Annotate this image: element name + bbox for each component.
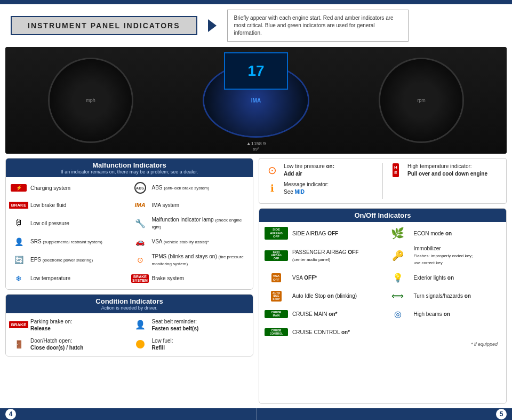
vsa-off-label: VSA OFF*: [292, 274, 317, 281]
mil-icon: 🔧: [132, 217, 149, 229]
onoff-empty: [385, 324, 502, 340]
cruise-control-label: CRUISE CONTROL on*: [292, 329, 350, 336]
side-airbag-label: SIDE AIRBAG OFF: [292, 230, 338, 237]
indicator-srs: 👤 SRS (supplemental restraint system): [10, 234, 127, 249]
right-column: ⊙ Low tire pressure on:Add air ℹ Message…: [259, 158, 507, 404]
immob-label: ImmobilizerFlashes: improperly coded key…: [414, 245, 473, 266]
onoff-content: SIDEAIRBAGOFF SIDE AIRBAG OFF 🌿 ECON mod…: [259, 222, 506, 351]
page-num-left: 4: [5, 409, 16, 419]
cruise-main-label: CRUISE MAIN on*: [292, 311, 337, 318]
condition-grid: BRAKE Parking brake on:Release 👤 Seat be…: [10, 316, 249, 353]
tpms-label: TPMS (blinks and stays on) (tire pressur…: [152, 253, 249, 267]
condition-subtitle: Action is needed by driver.: [11, 305, 247, 311]
onoff-cruise-main: CRUISEMAIN CRUISE MAIN on*: [263, 306, 381, 322]
condition-header: Condition Indicators Action is needed by…: [6, 295, 253, 313]
low-oil-icon: 🛢: [10, 217, 27, 229]
charging-icon: ⚡: [10, 182, 27, 194]
eps-icon: 🔄: [10, 254, 27, 266]
side-airbag-icon: SIDEAIRBAGOFF: [263, 227, 289, 240]
alert-section: ⊙ Low tire pressure on:Add air ℹ Message…: [259, 158, 507, 204]
alert-tire-pressure: ⊙ Low tire pressure on:Add air: [265, 163, 377, 178]
malfunction-grid: ⚡ Charging system ABS ABS (anti-lock bra…: [10, 180, 249, 286]
message-label: Message indicator:See MID: [284, 181, 329, 196]
cruise-control-icon: CRUISECONTROL: [263, 326, 289, 339]
mil-label: Malfunction indicator lamp (check engine…: [152, 216, 249, 231]
alert-divider: [382, 163, 383, 199]
ima-label: IMA system: [152, 202, 180, 209]
top-bar: [0, 0, 512, 4]
econ-icon: 🌿: [385, 227, 411, 240]
high-temp-label: High temperature indicator:Pull over and…: [407, 163, 487, 178]
low-fuel-icon: [132, 338, 149, 350]
brake-sys-icon: BRAKESYSTEM: [132, 273, 149, 284]
page-container: INSTRUMENT PANEL INDICATORS Briefly appe…: [0, 0, 512, 420]
onoff-pass-airbag: PASSAIRBAGOFF PASSENGER AIRBAG OFF(cente…: [263, 243, 381, 268]
malfunction-content: ⚡ Charging system ABS ABS (anti-lock bra…: [6, 177, 253, 289]
header-note: Briefly appear with each engine start. R…: [227, 10, 409, 42]
indicator-eps: 🔄 EPS (electronic power steering): [10, 251, 127, 269]
condition-title: Condition Indicators: [11, 297, 247, 305]
cruise-main-icon: CRUISEMAIN: [263, 308, 289, 321]
indicator-low-oil: 🛢 Low oil pressure: [10, 215, 127, 232]
eps-label: EPS (electronic power steering): [30, 256, 93, 263]
onoff-turn-signals: ⟺ Turn signals/hazards on: [385, 288, 502, 304]
alert-left: ⊙ Low tire pressure on:Add air ℹ Message…: [265, 163, 377, 199]
door-open-icon: 🚪: [10, 338, 27, 350]
parking-brake-icon: BRAKE: [10, 319, 27, 331]
high-temp-icon: HE: [388, 163, 403, 178]
charging-label: Charging system: [30, 185, 70, 192]
tachometer-gauge: rpm: [379, 58, 464, 143]
ext-lights-icon: 💡: [385, 272, 411, 284]
high-beams-icon: ◎: [385, 308, 411, 321]
auto-idle-icon: AUTOIDLESTOP: [263, 290, 289, 303]
page-title: INSTRUMENT PANEL INDICATORS: [11, 16, 197, 35]
onoff-cruise-control: CRUISECONTROL CRUISE CONTROL on*: [263, 324, 381, 340]
econ-label: ECON mode on: [414, 230, 452, 237]
condition-seatbelt: 👤 Seat belt reminder:Fasten seat belt(s): [132, 316, 249, 334]
abs-label: ABS (anti-lock brake system): [152, 184, 210, 191]
low-fuel-label: Low fuel:Refill: [152, 337, 173, 351]
seatbelt-label: Seat belt reminder:Fasten seat belt(s): [152, 318, 199, 332]
indicator-ima: IMA IMA system: [132, 197, 249, 212]
malfunction-title: Malfunction Indicators: [11, 161, 247, 169]
turn-signals-label: Turn signals/hazards on: [414, 292, 471, 299]
onoff-ext-lights: 💡 Exterior lights on: [385, 270, 502, 286]
onoff-side-airbag: SIDEAIRBAGOFF SIDE AIRBAG OFF: [263, 225, 381, 241]
bottom-bar: 4 5: [0, 408, 512, 420]
indicator-abs: ABS ABS (anti-lock brake system): [132, 180, 249, 195]
tpms-icon: ⊙: [132, 254, 149, 266]
alert-right: HE High temperature indicator:Pull over …: [388, 163, 501, 199]
seatbelt-icon: 👤: [132, 319, 149, 331]
page-num-right: 5: [496, 409, 507, 419]
main-content: Malfunction Indicators If an indicator r…: [0, 154, 512, 408]
indicator-mil: 🔧 Malfunction indicator lamp (check engi…: [132, 215, 249, 232]
turn-signals-icon: ⟺: [385, 290, 411, 303]
pass-airbag-label: PASSENGER AIRBAG OFF(center audio panel): [292, 249, 358, 263]
alert-row: ⊙ Low tire pressure on:Add air ℹ Message…: [265, 163, 501, 199]
onoff-high-beams: ◎ High beams on: [385, 306, 502, 322]
left-column: Malfunction Indicators If an indicator r…: [5, 158, 253, 404]
condition-door-open: 🚪 Door/Hatch open:Close door(s) / hatch: [10, 336, 127, 353]
onoff-header: On/Off Indicators: [259, 209, 506, 222]
condition-content: BRAKE Parking brake on:Release 👤 Seat be…: [6, 313, 253, 356]
condition-low-fuel: Low fuel:Refill: [132, 336, 249, 353]
high-beams-label: High beams on: [414, 311, 450, 318]
alert-high-temp: HE High temperature indicator:Pull over …: [388, 163, 501, 178]
footnote: * if equipped: [263, 340, 502, 348]
bottom-divider: [256, 408, 257, 420]
onoff-section: On/Off Indicators SIDEAIRBAGOFF SIDE AIR…: [259, 208, 507, 404]
brake-sys-label: Brake system: [152, 275, 185, 282]
auto-idle-label: Auto Idle Stop on (blinking): [292, 292, 357, 299]
onoff-immob: 🔑 ImmobilizerFlashes: improperly coded k…: [385, 243, 502, 268]
dashboard-image: mph IMA 17 rpm ▲1158 9 69°: [5, 47, 507, 154]
vsa-icon: 🚗: [132, 236, 149, 248]
low-temp-icon: ❄: [10, 273, 27, 284]
header-row: INSTRUMENT PANEL INDICATORS Briefly appe…: [0, 4, 512, 47]
vsa-label: VSA (vehicle stability assist)*: [152, 238, 209, 245]
info-display: 17: [224, 52, 288, 90]
vsa-off-icon: VSAOFF: [263, 272, 289, 284]
low-temp-label: Low temperature: [30, 275, 70, 282]
parking-brake-label: Parking brake on:Release: [30, 318, 72, 332]
onoff-grid: SIDEAIRBAGOFF SIDE AIRBAG OFF 🌿 ECON mod…: [263, 225, 502, 340]
onoff-vsa-off: VSAOFF VSA OFF*: [263, 270, 381, 286]
